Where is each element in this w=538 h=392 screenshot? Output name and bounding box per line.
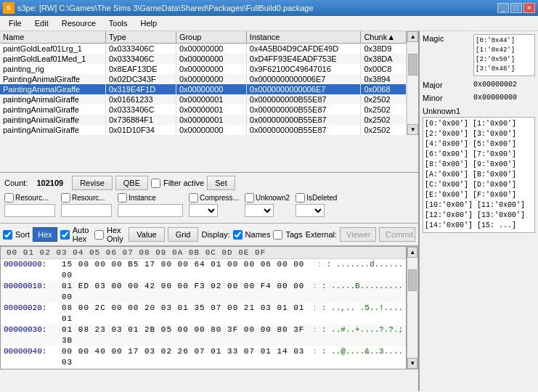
filter-active-checkbox[interactable] xyxy=(151,179,160,188)
hex-only-checkbox[interactable] xyxy=(94,230,104,240)
tags-checkbox[interactable] xyxy=(273,230,282,240)
app-icon: S xyxy=(3,2,15,14)
minimize-button[interactable]: _ xyxy=(497,3,509,13)
external-label: External: xyxy=(306,230,337,239)
scroll-down-arrow[interactable]: ▼ xyxy=(407,124,418,135)
menu-file[interactable]: File xyxy=(3,17,28,29)
hex-scrollbar[interactable]: ▲ ▼ xyxy=(407,246,418,369)
sort-checkbox[interactable] xyxy=(3,230,12,240)
menu-help[interactable]: Help xyxy=(134,17,163,29)
unknown2-select[interactable] xyxy=(245,204,274,217)
row-type: 0x01661233 xyxy=(105,94,176,105)
minor-value: 0x00000000 xyxy=(473,94,517,102)
row-group: 0x00000000 xyxy=(176,44,246,54)
table-row[interactable]: painting_rig 0x8EAF13DE 0x00000000 0x9F6… xyxy=(0,64,407,74)
table-row-selected[interactable]: PaintingAnimalGiraffe 0x319E4F1D 0x00000… xyxy=(0,84,407,94)
col-group[interactable]: Group xyxy=(176,31,246,44)
maximize-button[interactable]: □ xyxy=(510,3,522,13)
menu-resource[interactable]: Resource xyxy=(56,17,102,29)
col-name[interactable]: Name xyxy=(0,31,105,44)
row-instance: 0x0000000000006E7 xyxy=(246,74,361,84)
menu-tools[interactable]: Tools xyxy=(103,17,134,29)
row-type: 0x319E4F1D xyxy=(105,84,176,94)
resource2-label: Resourc... xyxy=(72,194,105,202)
resource-table: paintGoldLeaf01Lrg_1 0x0333406C 0x000000… xyxy=(0,44,407,136)
isdeleted-checkbox[interactable] xyxy=(296,193,305,203)
unknown2-checkbox[interactable] xyxy=(245,193,254,203)
row-type: 0x01D10F34 xyxy=(105,125,176,135)
row-chunk: 0x2502 xyxy=(361,94,407,105)
unknown1-section: Unknown1 [0:'0x00'] [1:'0x00'] [2:'0x00'… xyxy=(423,107,535,233)
row-name: paintingAnimalGiraffe xyxy=(0,115,105,125)
value-button[interactable]: Value xyxy=(129,227,164,242)
viewer-button[interactable]: Viewer xyxy=(340,227,376,242)
row-name: paintingAnimalGiraffe xyxy=(0,125,105,135)
hex-line: 00000040: 00 00 40 00 17 03 02 26 07 01 … xyxy=(1,346,406,368)
row-chunk: 0x2502 xyxy=(361,125,407,135)
row-chunk: 0x0068 xyxy=(361,84,407,94)
row-name: paintingAnimalGiraffe xyxy=(0,94,105,105)
hex-line: 00000020: 08 00 2C 00 00 20 03 01 35 07 … xyxy=(1,303,406,324)
isdeleted-select[interactable] xyxy=(296,204,325,217)
resource2-input[interactable] xyxy=(61,204,112,217)
title-bar: S s3pe: [RW] C:\Games\The Sims 3\GameDat… xyxy=(0,0,538,16)
unknown1-key: Unknown1 xyxy=(423,107,473,115)
row-type: 0x0333406C xyxy=(105,105,176,115)
col-instance[interactable]: Instance xyxy=(246,31,361,44)
row-type: 0x8EAF13DE xyxy=(105,64,176,74)
count-label: Count: xyxy=(4,179,28,187)
table-row[interactable]: paintingAnimalGiraffe 0x0333406C 0x00000… xyxy=(0,105,407,115)
row-group: 0x00000001 xyxy=(176,105,246,115)
grid-button[interactable]: Grid xyxy=(168,227,199,242)
hex-line: 00000030: 01 08 23 03 01 2B 05 00 00 80 … xyxy=(1,324,406,346)
compress-select[interactable] xyxy=(189,204,218,217)
table-row[interactable]: paintingAnimalGiraffe 0x736884F1 0x00000… xyxy=(0,115,407,125)
instance-label: Instance xyxy=(129,194,156,202)
menu-bar: File Edit Resource Tools Help xyxy=(0,16,538,31)
row-chunk: 0x3894 xyxy=(361,74,407,84)
row-chunk: 0x2502 xyxy=(361,115,407,125)
names-checkbox[interactable] xyxy=(233,230,242,240)
display-label: Display: xyxy=(201,230,229,239)
row-name: PaintingAnimalGiraffe xyxy=(0,84,105,94)
tags-label: Tags xyxy=(285,230,302,239)
close-button[interactable]: ✕ xyxy=(523,3,535,13)
table-row[interactable]: paintGoldLeaf01Med_1 0x0333406C 0x000000… xyxy=(0,54,407,64)
table-row[interactable]: paintingAnimalGiraffe 0x01661233 0x00000… xyxy=(0,94,407,105)
resource1-label: Resourc... xyxy=(15,194,49,202)
revise-button[interactable]: Revise xyxy=(72,176,113,190)
hex-button[interactable]: Hex xyxy=(33,227,57,242)
table-row[interactable]: paintGoldLeaf01Lrg_1 0x0333406C 0x000000… xyxy=(0,44,407,54)
compress-checkbox[interactable] xyxy=(189,193,198,203)
col-chunk[interactable]: Chunk▲ xyxy=(361,31,407,44)
resource1-checkbox[interactable] xyxy=(4,193,14,203)
hex-only-label: Hex Only xyxy=(107,226,126,243)
set-button[interactable]: Set xyxy=(207,176,235,190)
instance-checkbox[interactable] xyxy=(118,193,127,203)
table-scrollbar[interactable]: ▲ ▼ xyxy=(407,31,418,135)
auto-hex-label: Auto Hex xyxy=(73,226,91,243)
auto-hex-checkbox[interactable] xyxy=(60,230,70,240)
row-group: 0x00000001 xyxy=(176,115,246,125)
menu-edit[interactable]: Edit xyxy=(29,17,54,29)
row-name: PaintingAnimalGiraffe xyxy=(0,74,105,84)
commit-button[interactable]: Commit xyxy=(379,227,415,242)
table-row[interactable]: paintingAnimalGiraffe 0x01D10F34 0x00000… xyxy=(0,125,407,135)
resource1-input[interactable] xyxy=(4,204,55,217)
hex-scroll-down[interactable]: ▼ xyxy=(407,358,417,369)
minor-key: Minor xyxy=(423,94,473,102)
magic-value: [0:'0x44'] [1:'0x42'] [2:'0x50'] [3:'0x4… xyxy=(473,34,535,76)
scroll-up-arrow[interactable]: ▲ xyxy=(407,31,418,42)
resource2-checkbox[interactable] xyxy=(61,193,70,203)
hex-scroll-up[interactable]: ▲ xyxy=(407,247,417,258)
row-instance: 0x4A5B04D9CAFDE49D xyxy=(246,44,361,54)
instance-input[interactable] xyxy=(118,204,183,217)
qbe-button[interactable]: QBE xyxy=(115,176,148,190)
scroll-thumb[interactable] xyxy=(408,54,417,75)
hex-scroll-thumb[interactable] xyxy=(408,269,417,291)
row-type: 0x0333406C xyxy=(105,54,176,64)
col-type[interactable]: Type xyxy=(105,31,176,44)
unknown2-label: Unknown2 xyxy=(256,194,290,202)
row-type: 0x02DC343F xyxy=(105,74,176,84)
table-row[interactable]: PaintingAnimalGiraffe 0x02DC343F 0x00000… xyxy=(0,74,407,84)
